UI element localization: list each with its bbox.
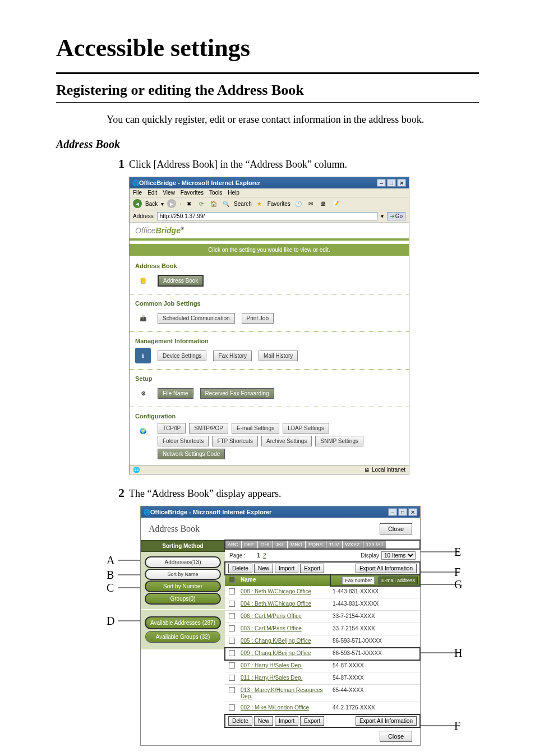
header-checkbox[interactable] [225,575,238,586]
export-all-button[interactable]: Export All Information [356,716,417,726]
search-icon[interactable]: 🔍 [222,199,230,208]
table-row[interactable]: 008 : Beth.W/Chicago Office1-443-831-XXX… [225,586,420,598]
row-name-link[interactable]: 005 : Chang.K/Beijing Office [238,635,330,647]
archive-settings-button[interactable]: Archive Settings [261,436,312,446]
tab-abc[interactable]: ABC [225,540,242,549]
import-button[interactable]: Import [275,716,298,726]
sort-by-name-button[interactable]: Sort by Name [145,569,220,579]
import-button[interactable]: Import [275,564,298,573]
print-icon[interactable]: 🖶 [319,199,328,208]
back-label[interactable]: Back [145,201,158,207]
header-name[interactable]: Name [238,575,330,586]
close-button-bottom[interactable]: Close [380,731,412,742]
export-button[interactable]: Export [300,564,324,573]
export-all-button[interactable]: Export All Information [356,564,417,573]
table-row[interactable]: 007 : Harry.H/Sales Dep.54-87-XXXX [225,660,420,672]
table-row[interactable]: 005 : Chang.K/Beijing Office86-593-571-X… [225,635,420,648]
tab-wxyz[interactable]: WXYZ [343,540,363,549]
table-row[interactable]: 011 : Harry.H/Sales Dep.54-87-XXXX [225,672,420,685]
new-button[interactable]: New [254,564,273,573]
device-settings-button[interactable]: Device Settings [158,351,206,361]
table-row[interactable]: 009 : Chang.K/Beijing Office86-593-571-X… [225,648,420,660]
addresses-count-button[interactable]: Addresses(13) [145,557,220,568]
address-book-button[interactable]: Address Book [158,275,204,287]
email-settings-button[interactable]: E-mail Settings [232,423,279,434]
table-row[interactable]: 006 : Carl.M/Paris Office33-7-2154-XXXX [225,611,420,623]
refresh-icon[interactable]: ⟳ [197,199,206,208]
row-checkbox[interactable] [225,623,238,635]
go-button[interactable]: ➔Go [387,212,405,220]
table-row[interactable]: 002 : Mike.M/London Office44-2-1726-XXXX [225,702,420,714]
row-name-link[interactable]: 013 : Marcy.K/Human Resources Dep. [238,685,330,702]
address-input[interactable] [157,212,377,220]
row-name-link[interactable]: 007 : Harry.H/Sales Dep. [238,660,330,672]
available-addresses-button[interactable]: Available Addresses (287) [145,617,220,629]
received-fax-fwd-button[interactable]: Received Fax Forwarding [200,388,274,399]
sort-fax-button[interactable]: Fax number [342,577,375,584]
home-icon[interactable]: 🏠 [209,199,218,208]
tab-mno[interactable]: MNO [288,540,306,549]
forward-icon[interactable]: ► [167,199,176,208]
network-settings-code-button[interactable]: Network Settings Code [158,449,225,459]
export-button[interactable]: Export [300,716,324,726]
ftp-shortcuts-button[interactable]: FTP Shortcuts [212,436,258,446]
ldap-settings-button[interactable]: LDAP Settings [283,423,329,434]
favorites-label[interactable]: Favorites [268,201,290,207]
dropdown-icon[interactable]: ▾ [161,201,164,207]
mail-icon[interactable]: ✉ [306,199,315,208]
close-window-button[interactable]: ✕ [408,508,417,516]
row-name-link[interactable]: 011 : Harry.H/Sales Dep. [238,672,330,684]
tab-pqrs[interactable]: PQRS [306,540,326,549]
minimize-button[interactable]: – [388,508,397,516]
menu-tools[interactable]: Tools [209,190,222,196]
menu-edit[interactable]: Edit [147,190,157,196]
minimize-button[interactable]: – [377,179,386,187]
close-button[interactable]: Close [380,523,412,534]
display-select[interactable]: 10 Items [381,551,416,560]
new-button[interactable]: New [254,716,273,726]
row-name-link[interactable]: 003 : Carl.M/Paris Office [238,623,330,635]
file-name-button[interactable]: File Name [158,388,193,399]
table-row[interactable]: 003 : Carl.M/Paris Office33-7-2154-XXXX [225,623,420,635]
sort-email-button[interactable]: E-mail address [379,577,418,584]
groups-button[interactable]: Groups(0) [145,593,220,604]
tab-tuv[interactable]: TUV [326,540,343,549]
row-checkbox[interactable] [225,702,238,714]
print-job-button[interactable]: Print Job [242,313,274,324]
snmp-settings-button[interactable]: SNMP Settings [315,436,363,446]
row-checkbox[interactable] [225,685,238,702]
table-row[interactable]: 004 : Beth.W/Chicago Office1-443-831-XXX… [225,598,420,611]
row-name-link[interactable]: 008 : Beth.W/Chicago Office [238,586,330,598]
back-icon[interactable]: ◄ [133,199,142,208]
edit-icon[interactable]: 📝 [331,199,340,208]
address-dropdown-icon[interactable]: ▾ [381,213,384,219]
menu-help[interactable]: Help [228,190,239,196]
available-groups-button[interactable]: Available Groups (32) [145,631,220,643]
history-icon[interactable]: 🕘 [294,199,303,208]
favorites-icon[interactable]: ★ [255,199,264,208]
tab-def[interactable]: DEF [242,540,258,549]
row-name-link[interactable]: 009 : Chang.K/Beijing Office [238,648,330,660]
fax-history-button[interactable]: Fax History [213,351,252,361]
row-checkbox[interactable] [225,598,238,610]
scheduled-comm-button[interactable]: Scheduled Communication [158,313,235,324]
menu-view[interactable]: View [163,190,175,196]
smtp-pop-button[interactable]: SMTP/POP [189,423,228,434]
row-checkbox[interactable] [225,586,238,598]
row-name-link[interactable]: 004 : Beth.W/Chicago Office [238,598,330,610]
maximize-button[interactable]: □ [387,179,396,187]
menu-favorites[interactable]: Favorites [181,190,204,196]
row-checkbox[interactable] [225,660,238,672]
folder-shortcuts-button[interactable]: Folder Shortcuts [158,436,209,446]
page-numbers[interactable]: 1 2 [257,552,266,559]
table-row[interactable]: 013 : Marcy.K/Human Resources Dep.65-44-… [225,685,420,702]
mail-history-button[interactable]: Mail History [259,351,298,361]
row-checkbox[interactable] [225,611,238,623]
delete-button[interactable]: Delete [228,564,252,573]
sort-by-number-button[interactable]: Sort by Number [145,581,220,592]
row-checkbox[interactable] [225,672,238,684]
tab-123all[interactable]: 123 /All [363,540,386,549]
row-name-link[interactable]: 006 : Carl.M/Paris Office [238,611,330,623]
row-name-link[interactable]: 002 : Mike.M/London Office [238,702,330,714]
tcpip-button[interactable]: TCP/IP [158,423,186,434]
